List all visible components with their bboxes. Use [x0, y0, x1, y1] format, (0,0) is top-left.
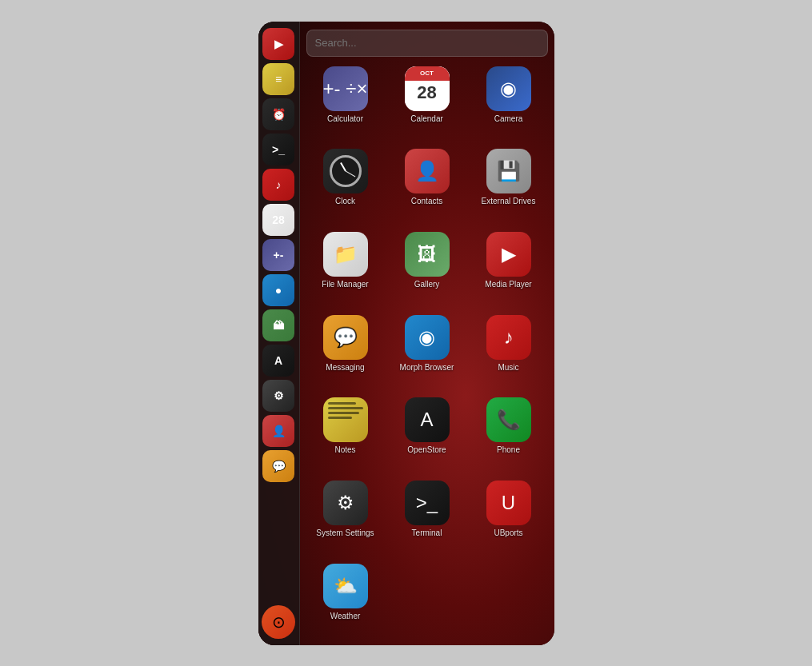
app-label-contacts: Contacts — [411, 197, 442, 206]
app-item-gallery[interactable]: 🖼Gallery — [388, 229, 466, 307]
app-icon-morph-browser: ◉ — [405, 315, 450, 360]
sidebar-item-terminal[interactable]: >_ — [262, 134, 294, 166]
app-item-calendar[interactable]: OCT 28 Calendar — [388, 63, 466, 142]
app-label-calculator: Calculator — [327, 114, 363, 124]
app-item-phone[interactable]: 📞Phone — [470, 394, 548, 473]
app-icon-openstore: A — [405, 397, 450, 442]
sidebar-item-appstore[interactable]: A — [262, 345, 294, 377]
app-icon-camera: ◉ — [486, 66, 531, 111]
main-content: +- ÷×Calculator OCT 28 Calendar◉Camera C… — [300, 22, 554, 645]
app-label-gallery: Gallery — [414, 280, 440, 289]
search-input[interactable] — [315, 37, 539, 49]
app-item-ubports[interactable]: UUBports — [470, 477, 548, 556]
app-item-messaging[interactable]: 💬Messaging — [306, 312, 385, 390]
app-label-ubports: UBports — [494, 528, 522, 538]
app-icon-media-player: ▶ — [486, 232, 531, 277]
notes-line-3 — [328, 412, 360, 414]
app-icon-music: ♪ — [486, 315, 531, 360]
app-icon-gallery: 🖼 — [405, 232, 450, 277]
app-icon-file-manager: 📁 — [323, 232, 368, 277]
sidebar-icons: ▶≡⏰>_♪28+-●🏔A⚙👤💬 — [262, 28, 294, 482]
app-item-contacts[interactable]: 👤Contacts — [388, 146, 466, 224]
calendar-header: OCT — [405, 66, 450, 81]
app-label-terminal: Terminal — [412, 528, 442, 538]
app-item-openstore[interactable]: AOpenStore — [388, 394, 466, 473]
app-label-camera: Camera — [494, 114, 523, 124]
app-icon-contacts: 👤 — [405, 149, 450, 193]
notes-line-4 — [328, 417, 353, 419]
app-item-media-player[interactable]: ▶Media Player — [470, 229, 548, 307]
sidebar: ▶≡⏰>_♪28+-●🏔A⚙👤💬 ⊙ — [258, 22, 300, 645]
phone-frame: ▶≡⏰>_♪28+-●🏔A⚙👤💬 ⊙ +- ÷×Calculator OCT 2… — [258, 22, 554, 645]
sidebar-item-notes[interactable]: ≡ — [262, 63, 294, 95]
app-item-camera[interactable]: ◉Camera — [470, 63, 548, 142]
sidebar-item-settings[interactable]: ⚙ — [262, 380, 294, 412]
app-item-morph-browser[interactable]: ◉Morph Browser — [388, 312, 466, 390]
sidebar-item-calculator[interactable]: +- — [262, 239, 294, 271]
sidebar-item-video[interactable]: ▶ — [262, 28, 294, 60]
app-label-phone: Phone — [497, 445, 520, 455]
sidebar-item-landscape[interactable]: 🏔 — [262, 309, 294, 341]
app-item-music[interactable]: ♪Music — [470, 312, 548, 390]
app-label-music: Music — [498, 363, 518, 373]
app-label-weather: Weather — [330, 612, 361, 621]
app-item-notes[interactable]: Notes — [306, 394, 385, 473]
app-icon-calculator: +- ÷× — [323, 66, 368, 111]
app-label-notes: Notes — [334, 445, 355, 455]
app-icon-ubports: U — [486, 481, 531, 525]
clock-face — [330, 155, 362, 187]
app-icon-messaging: 💬 — [323, 315, 368, 360]
search-bar[interactable] — [306, 30, 548, 57]
app-grid: +- ÷×Calculator OCT 28 Calendar◉Camera C… — [306, 63, 548, 639]
app-item-calculator[interactable]: +- ÷×Calculator — [306, 63, 385, 142]
app-icon-terminal: >_ — [405, 481, 450, 525]
app-item-external-drives[interactable]: 💾External Drives — [470, 146, 548, 224]
app-icon-external-drives: 💾 — [486, 149, 531, 193]
app-label-file-manager: File Manager — [322, 280, 368, 289]
app-icon-weather: ⛅ — [323, 564, 368, 608]
sidebar-item-music[interactable]: ♪ — [262, 169, 294, 201]
ubuntu-home-button[interactable]: ⊙ — [262, 605, 295, 639]
sidebar-item-message[interactable]: 💬 — [262, 450, 294, 482]
app-item-system-settings[interactable]: ⚙System Settings — [306, 477, 385, 556]
app-icon-notes — [323, 397, 368, 442]
app-item-terminal[interactable]: >_Terminal — [388, 477, 466, 556]
app-label-calendar: Calendar — [410, 114, 443, 124]
app-icon-phone: 📞 — [486, 397, 531, 442]
sidebar-item-contacts[interactable]: 👤 — [262, 415, 294, 447]
app-item-clock[interactable]: Clock — [306, 146, 385, 224]
app-item-weather[interactable]: ⛅Weather — [306, 560, 385, 639]
notes-line-1 — [328, 402, 356, 405]
app-label-media-player: Media Player — [485, 280, 531, 289]
app-icon-clock — [323, 149, 368, 193]
notes-lines — [323, 397, 368, 442]
sidebar-item-clock[interactable]: ⏰ — [262, 98, 294, 130]
app-label-openstore: OpenStore — [407, 445, 446, 455]
app-label-morph-browser: Morph Browser — [400, 363, 454, 373]
sidebar-item-calendar[interactable]: 28 — [262, 204, 294, 236]
app-label-clock: Clock — [335, 197, 355, 206]
app-label-system-settings: System Settings — [316, 528, 374, 538]
app-item-file-manager[interactable]: 📁File Manager — [306, 229, 385, 307]
sidebar-item-browser[interactable]: ● — [262, 274, 294, 306]
app-icon-system-settings: ⚙ — [323, 481, 368, 525]
app-label-messaging: Messaging — [326, 363, 364, 373]
app-label-external-drives: External Drives — [482, 197, 536, 206]
notes-line-2 — [328, 407, 363, 409]
clock-minute-hand — [345, 171, 355, 177]
calendar-date: 28 — [417, 84, 436, 102]
app-icon-calendar: OCT 28 — [405, 66, 450, 111]
